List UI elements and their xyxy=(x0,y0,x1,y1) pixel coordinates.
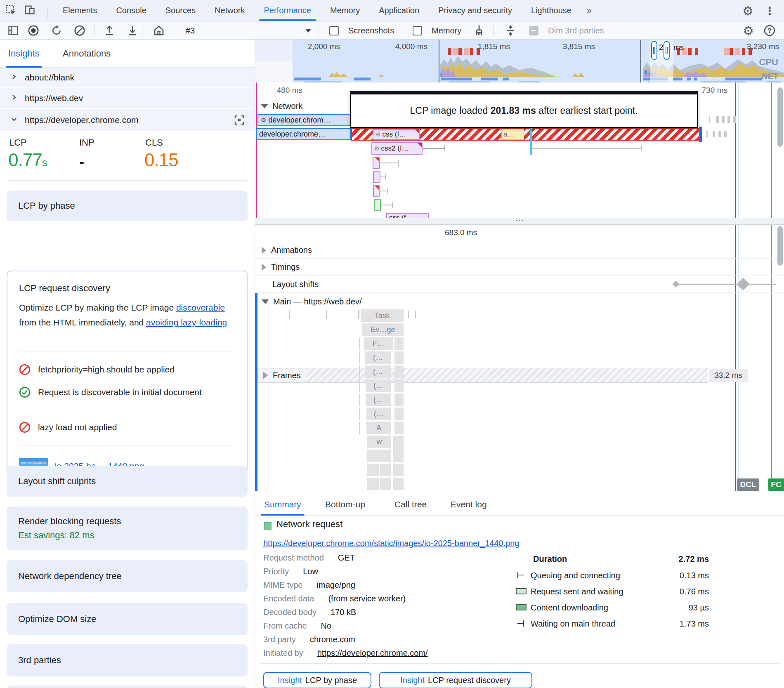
small-request-box[interactable] xyxy=(374,199,381,211)
layout-shift-diamond[interactable] xyxy=(737,278,749,290)
request-url-link[interactable]: https://developer.chrome.com/static/imag… xyxy=(263,539,519,548)
selection-right-handle[interactable] xyxy=(664,41,670,60)
selection-left-handle[interactable] xyxy=(651,41,657,60)
insight-lcp-by-phase-button[interactable]: InsightLCP by phase xyxy=(263,672,371,688)
trace-row-about-blank[interactable]: about://blank xyxy=(0,68,255,88)
tab-lighthouse[interactable]: Lighthouse xyxy=(522,0,581,21)
insight-layout-shift-culprits[interactable]: Layout shift culprits xyxy=(7,466,248,497)
lazy-loading-link[interactable]: avoiding lazy-loading xyxy=(146,318,227,327)
css-request-box[interactable]: ⚙ css2 (f… xyxy=(371,142,423,155)
discoverable-link[interactable]: discoverable xyxy=(176,303,225,312)
garbage-collect-icon[interactable] xyxy=(473,21,485,40)
trace-row-web-dev[interactable]: https://web.dev xyxy=(0,88,255,109)
flame-chart[interactable]: 480 ms 730 ms Network ⚙ developer.chrom… xyxy=(255,82,784,493)
tab-event-log[interactable]: Event log xyxy=(451,493,487,516)
main-task[interactable]: (… xyxy=(365,351,391,364)
layout-shifts-track[interactable]: Layout shifts xyxy=(255,276,784,293)
main-task[interactable]: (… xyxy=(366,379,391,392)
initiator-link[interactable]: https://developer.chrome.com/ xyxy=(317,648,428,658)
main-task[interactable] xyxy=(393,478,404,490)
scrollbar-thumb[interactable] xyxy=(777,87,783,147)
settings-gear-icon[interactable]: ⚙ xyxy=(742,4,753,18)
font-request-box[interactable]: a… xyxy=(501,129,524,140)
dcl-marker-badge[interactable]: DCL xyxy=(737,478,759,491)
tab-performance[interactable]: Performance xyxy=(255,0,321,21)
tab-call-tree[interactable]: Call tree xyxy=(394,493,427,516)
tab-application[interactable]: Application xyxy=(369,0,429,21)
more-tabs-icon[interactable]: » xyxy=(581,0,597,21)
device-toolbar-icon[interactable] xyxy=(24,4,35,17)
insight-lcp-request-discovery[interactable]: LCP request discovery Optimize LCP by ma… xyxy=(7,271,248,495)
main-task[interactable]: A xyxy=(366,422,391,434)
tab-elements[interactable]: Elements xyxy=(53,0,106,21)
frames-track-header[interactable]: Frames xyxy=(258,369,306,382)
kebab-menu-icon[interactable]: ⋮ xyxy=(764,5,775,17)
trace-row-developer-chrome[interactable]: https://developer.chrome.com xyxy=(0,109,255,132)
network-request-lcp[interactable]: developer.chrome… xyxy=(256,128,351,140)
insight-3rd-parties[interactable]: 3rd parties xyxy=(7,644,248,676)
main-task[interactable]: (… xyxy=(366,393,391,406)
network-request-selected[interactable]: ⚙ developer.chrom… xyxy=(257,114,351,126)
small-request-box[interactable] xyxy=(373,157,380,169)
main-task[interactable] xyxy=(367,450,391,462)
small-request-box[interactable] xyxy=(373,185,380,197)
focus-trace-icon[interactable] xyxy=(233,114,246,128)
main-task[interactable]: (… xyxy=(366,408,391,420)
upload-trace-icon[interactable] xyxy=(103,21,116,40)
main-task[interactable] xyxy=(393,450,404,462)
tab-insights[interactable]: Insights xyxy=(8,40,40,68)
animations-track[interactable]: Animations xyxy=(255,241,784,259)
dim-3rd-parties-checkbox[interactable] xyxy=(529,21,538,40)
main-task[interactable] xyxy=(394,351,404,364)
help-icon[interactable]: ? xyxy=(763,21,776,40)
record-and-reload-icon[interactable] xyxy=(50,21,63,40)
tab-annotations[interactable]: Annotations xyxy=(63,40,111,68)
insight-network-dependency-tree[interactable]: Network dependency tree xyxy=(7,560,248,592)
tab-privacy-security[interactable]: Privacy and security xyxy=(429,0,522,21)
tab-network[interactable]: Network xyxy=(205,0,254,21)
trace-history-selector[interactable]: #3 xyxy=(186,21,195,40)
small-request-box[interactable] xyxy=(373,171,380,183)
main-task[interactable] xyxy=(394,422,404,434)
main-task[interactable] xyxy=(393,436,404,450)
screenshots-checkbox[interactable] xyxy=(329,21,339,40)
insight-partial[interactable] xyxy=(7,686,248,688)
main-task[interactable] xyxy=(394,379,404,392)
tab-console[interactable]: Console xyxy=(106,0,156,21)
frames-track[interactable]: Frames 683.0 ms 33.2 ms xyxy=(255,225,784,241)
insight-lcp-request-discovery-button[interactable]: InsightLCP request discovery xyxy=(379,672,532,688)
insight-render-blocking[interactable]: Render blocking requests Est savings: 82… xyxy=(7,507,248,550)
timeline-overview[interactable]: 2,000 ms 4,000 ms 1,815 ms 3,815 ms 3,23… xyxy=(255,40,784,82)
download-trace-icon[interactable] xyxy=(126,21,139,40)
main-task[interactable]: w xyxy=(367,436,391,448)
record-button[interactable] xyxy=(27,21,40,40)
main-task[interactable] xyxy=(393,464,404,476)
main-task[interactable] xyxy=(394,393,404,406)
capture-settings-gear-icon[interactable]: ⚙ xyxy=(743,21,754,40)
timings-track[interactable]: Timings xyxy=(255,259,784,276)
main-track-header[interactable]: Main — https://web.dev/ xyxy=(262,297,362,306)
track-splitter-handle[interactable]: ⋯ xyxy=(255,218,784,225)
main-task[interactable] xyxy=(394,408,404,420)
tab-memory[interactable]: Memory xyxy=(321,0,369,21)
main-task[interactable] xyxy=(394,337,404,350)
main-task[interactable]: Ev…ge xyxy=(362,323,404,336)
memory-checkbox[interactable] xyxy=(413,21,422,40)
insight-optimize-dom-size[interactable]: Optimize DOM size xyxy=(7,603,248,635)
clear-icon[interactable] xyxy=(73,21,86,40)
main-task[interactable]: Task xyxy=(361,309,404,322)
layout-shift-diamond[interactable] xyxy=(673,281,680,288)
main-task[interactable]: (… xyxy=(365,365,391,378)
home-icon[interactable] xyxy=(153,21,165,40)
main-task[interactable] xyxy=(394,365,404,378)
main-task[interactable] xyxy=(380,478,391,490)
css-request-box[interactable]: ⚙ css (f… xyxy=(373,129,420,140)
css-request-box-clipped[interactable]: css (f xyxy=(386,213,429,218)
scrollbar-thumb[interactable] xyxy=(777,226,783,266)
tab-sources[interactable]: Sources xyxy=(156,0,205,21)
trace-history-dropdown-icon[interactable] xyxy=(305,21,311,40)
insight-lcp-by-phase[interactable]: LCP by phase xyxy=(7,191,248,221)
collapse-flame-icon[interactable] xyxy=(504,21,517,40)
main-task[interactable] xyxy=(380,464,391,476)
main-task[interactable]: F… xyxy=(364,337,393,350)
